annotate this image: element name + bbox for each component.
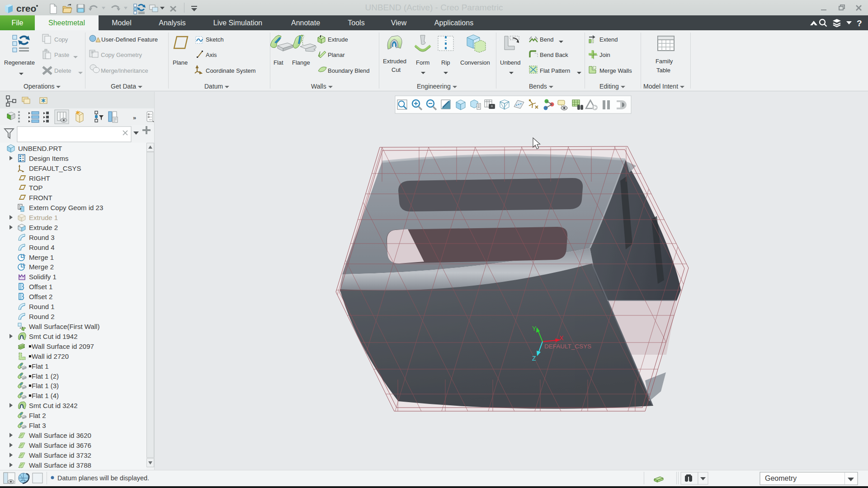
svg-text:Datum planes will be displayed: Datum planes will be displayed.	[57, 474, 149, 482]
svg-text:Geometry: Geometry	[765, 474, 797, 482]
svg-text:DEFAULT_CSYS: DEFAULT_CSYS	[544, 343, 591, 350]
svg-text:Y: Y	[532, 325, 537, 332]
svg-text:X: X	[559, 334, 564, 342]
svg-text:Z: Z	[532, 355, 536, 362]
